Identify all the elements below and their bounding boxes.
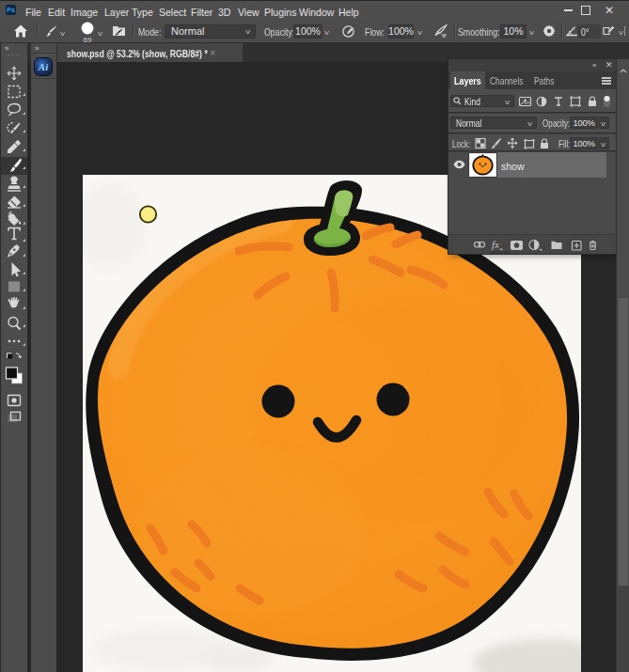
svg-text:fx: fx [492, 239, 499, 250]
